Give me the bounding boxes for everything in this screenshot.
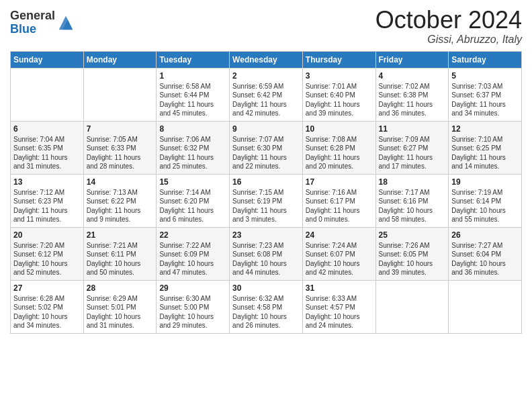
calendar-week-1: 1Sunrise: 6:58 AMSunset: 6:44 PMDaylight… — [11, 68, 522, 121]
day-info: Sunrise: 7:09 AMSunset: 6:27 PMDaylight:… — [379, 135, 446, 171]
day-number: 29 — [159, 283, 226, 293]
month-title: October 2024 — [375, 7, 522, 34]
calendar-cell-w2-d7: 12Sunrise: 7:10 AMSunset: 6:25 PMDayligh… — [449, 121, 522, 174]
location-title: Gissi, Abruzzo, Italy — [375, 34, 522, 46]
day-info: Sunrise: 7:05 AMSunset: 6:33 PMDaylight:… — [87, 135, 154, 171]
day-number: 21 — [87, 230, 154, 240]
day-info: Sunrise: 7:10 AMSunset: 6:25 PMDaylight:… — [451, 135, 519, 171]
calendar-cell-w1-d3: 1Sunrise: 6:58 AMSunset: 6:44 PMDaylight… — [157, 68, 230, 121]
page: General Blue October 2024 Gissi, Abruzzo… — [0, 0, 532, 411]
day-info: Sunrise: 7:13 AMSunset: 6:22 PMDaylight:… — [87, 188, 154, 224]
day-number: 2 — [232, 71, 300, 81]
day-info: Sunrise: 7:23 AMSunset: 6:08 PMDaylight:… — [232, 241, 300, 277]
calendar-cell-w1-d2 — [83, 68, 157, 121]
calendar-cell-w1-d6: 4Sunrise: 7:02 AMSunset: 6:38 PMDaylight… — [375, 68, 449, 121]
day-number: 10 — [306, 124, 373, 134]
day-number: 16 — [232, 177, 300, 187]
day-info: Sunrise: 7:24 AMSunset: 6:07 PMDaylight:… — [306, 241, 373, 277]
logo-text: General Blue — [10, 9, 75, 36]
calendar-cell-w4-d3: 22Sunrise: 7:22 AMSunset: 6:09 PMDayligh… — [157, 227, 230, 280]
calendar-week-3: 13Sunrise: 7:12 AMSunset: 6:23 PMDayligh… — [11, 174, 522, 227]
logo-icon — [56, 13, 75, 32]
day-number: 27 — [13, 283, 81, 293]
calendar-cell-w3-d2: 14Sunrise: 7:13 AMSunset: 6:22 PMDayligh… — [83, 174, 157, 227]
day-number: 11 — [379, 124, 446, 134]
calendar-cell-w4-d7: 26Sunrise: 7:27 AMSunset: 6:04 PMDayligh… — [449, 227, 522, 280]
day-info: Sunrise: 7:19 AMSunset: 6:14 PMDaylight:… — [451, 188, 519, 224]
day-number: 14 — [87, 177, 154, 187]
day-number: 12 — [451, 124, 519, 134]
day-info: Sunrise: 7:20 AMSunset: 6:12 PMDaylight:… — [13, 241, 81, 277]
day-info: Sunrise: 7:02 AMSunset: 6:38 PMDaylight:… — [379, 82, 446, 118]
day-info: Sunrise: 7:15 AMSunset: 6:19 PMDaylight:… — [232, 188, 300, 224]
day-number: 3 — [306, 71, 373, 81]
col-saturday: Saturday — [449, 51, 522, 68]
calendar-cell-w1-d5: 3Sunrise: 7:01 AMSunset: 6:40 PMDaylight… — [302, 68, 375, 121]
col-thursday: Thursday — [302, 51, 375, 68]
day-number: 26 — [451, 230, 519, 240]
day-info: Sunrise: 7:12 AMSunset: 6:23 PMDaylight:… — [13, 188, 81, 224]
day-number: 23 — [232, 230, 300, 240]
day-info: Sunrise: 6:32 AMSunset: 4:58 PMDaylight:… — [232, 294, 300, 330]
day-info: Sunrise: 6:30 AMSunset: 5:00 PMDaylight:… — [159, 294, 226, 330]
day-number: 20 — [13, 230, 81, 240]
calendar-cell-w5-d6 — [375, 280, 449, 333]
col-monday: Monday — [83, 51, 157, 68]
calendar-cell-w4-d2: 21Sunrise: 7:21 AMSunset: 6:11 PMDayligh… — [83, 227, 157, 280]
calendar-cell-w5-d7 — [449, 280, 522, 333]
calendar-cell-w3-d3: 15Sunrise: 7:14 AMSunset: 6:20 PMDayligh… — [157, 174, 230, 227]
calendar-cell-w2-d2: 7Sunrise: 7:05 AMSunset: 6:33 PMDaylight… — [83, 121, 157, 174]
day-info: Sunrise: 6:58 AMSunset: 6:44 PMDaylight:… — [159, 82, 226, 118]
calendar-cell-w5-d1: 27Sunrise: 6:28 AMSunset: 5:02 PMDayligh… — [11, 280, 84, 333]
logo-general: General — [10, 9, 55, 22]
day-number: 19 — [451, 177, 519, 187]
day-info: Sunrise: 7:26 AMSunset: 6:05 PMDaylight:… — [379, 241, 446, 277]
calendar-cell-w4-d5: 24Sunrise: 7:24 AMSunset: 6:07 PMDayligh… — [302, 227, 375, 280]
calendar-cell-w3-d5: 17Sunrise: 7:16 AMSunset: 6:17 PMDayligh… — [302, 174, 375, 227]
col-friday: Friday — [375, 51, 449, 68]
day-number: 13 — [13, 177, 81, 187]
day-number: 18 — [379, 177, 446, 187]
calendar-week-5: 27Sunrise: 6:28 AMSunset: 5:02 PMDayligh… — [11, 280, 522, 333]
calendar-cell-w3-d7: 19Sunrise: 7:19 AMSunset: 6:14 PMDayligh… — [449, 174, 522, 227]
calendar-cell-w1-d1 — [11, 68, 84, 121]
calendar-cell-w4-d4: 23Sunrise: 7:23 AMSunset: 6:08 PMDayligh… — [230, 227, 303, 280]
calendar-cell-w2-d5: 10Sunrise: 7:08 AMSunset: 6:28 PMDayligh… — [302, 121, 375, 174]
calendar-table: Sunday Monday Tuesday Wednesday Thursday… — [10, 51, 522, 334]
day-info: Sunrise: 6:29 AMSunset: 5:01 PMDaylight:… — [87, 294, 154, 330]
calendar-cell-w1-d4: 2Sunrise: 6:59 AMSunset: 6:42 PMDaylight… — [230, 68, 303, 121]
day-info: Sunrise: 7:06 AMSunset: 6:32 PMDaylight:… — [159, 135, 226, 171]
calendar-cell-w5-d2: 28Sunrise: 6:29 AMSunset: 5:01 PMDayligh… — [83, 280, 157, 333]
day-info: Sunrise: 7:21 AMSunset: 6:11 PMDaylight:… — [87, 241, 154, 277]
calendar-cell-w2-d3: 8Sunrise: 7:06 AMSunset: 6:32 PMDaylight… — [157, 121, 230, 174]
day-number: 31 — [306, 283, 373, 293]
col-tuesday: Tuesday — [157, 51, 230, 68]
day-info: Sunrise: 6:28 AMSunset: 5:02 PMDaylight:… — [13, 294, 81, 330]
day-number: 6 — [13, 124, 81, 134]
day-info: Sunrise: 7:07 AMSunset: 6:30 PMDaylight:… — [232, 135, 300, 171]
day-number: 1 — [159, 71, 226, 81]
calendar-cell-w5-d5: 31Sunrise: 6:33 AMSunset: 4:57 PMDayligh… — [302, 280, 375, 333]
day-number: 25 — [379, 230, 446, 240]
calendar-cell-w3-d1: 13Sunrise: 7:12 AMSunset: 6:23 PMDayligh… — [11, 174, 84, 227]
day-info: Sunrise: 7:27 AMSunset: 6:04 PMDaylight:… — [451, 241, 519, 277]
day-number: 17 — [306, 177, 373, 187]
day-number: 5 — [451, 71, 519, 81]
calendar-cell-w4-d6: 25Sunrise: 7:26 AMSunset: 6:05 PMDayligh… — [375, 227, 449, 280]
day-number: 24 — [306, 230, 373, 240]
calendar-cell-w2-d6: 11Sunrise: 7:09 AMSunset: 6:27 PMDayligh… — [375, 121, 449, 174]
day-number: 9 — [232, 124, 300, 134]
header: General Blue October 2024 Gissi, Abruzzo… — [10, 7, 522, 46]
calendar-cell-w2-d1: 6Sunrise: 7:04 AMSunset: 6:35 PMDaylight… — [11, 121, 84, 174]
calendar-cell-w5-d3: 29Sunrise: 6:30 AMSunset: 5:00 PMDayligh… — [157, 280, 230, 333]
day-info: Sunrise: 7:08 AMSunset: 6:28 PMDaylight:… — [306, 135, 373, 171]
title-block: October 2024 Gissi, Abruzzo, Italy — [375, 7, 522, 46]
calendar-cell-w3-d6: 18Sunrise: 7:17 AMSunset: 6:16 PMDayligh… — [375, 174, 449, 227]
day-info: Sunrise: 7:16 AMSunset: 6:17 PMDaylight:… — [306, 188, 373, 224]
day-info: Sunrise: 7:01 AMSunset: 6:40 PMDaylight:… — [306, 82, 373, 118]
col-wednesday: Wednesday — [230, 51, 303, 68]
day-info: Sunrise: 6:59 AMSunset: 6:42 PMDaylight:… — [232, 82, 300, 118]
calendar-week-4: 20Sunrise: 7:20 AMSunset: 6:12 PMDayligh… — [11, 227, 522, 280]
day-number: 22 — [159, 230, 226, 240]
calendar-cell-w5-d4: 30Sunrise: 6:32 AMSunset: 4:58 PMDayligh… — [230, 280, 303, 333]
